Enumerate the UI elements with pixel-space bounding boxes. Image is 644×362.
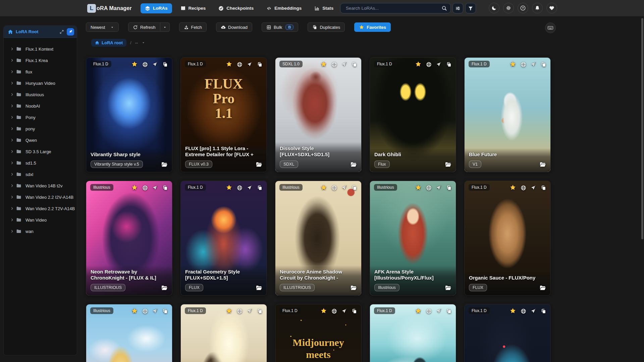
scrollbar-thumb[interactable] bbox=[641, 18, 643, 239]
sidebar-item-sd1-5[interactable]: sd1.5 bbox=[4, 157, 77, 169]
globe-icon[interactable] bbox=[426, 308, 432, 314]
open-folder-icon[interactable] bbox=[161, 161, 168, 168]
favorite-star-icon[interactable] bbox=[320, 307, 327, 314]
download-button[interactable]: Download bbox=[216, 22, 252, 32]
lora-card[interactable]: Illustrious Neon Retrowave by ChronoKnig… bbox=[86, 181, 172, 296]
sidebar-item-illustrious[interactable]: Illustrious bbox=[4, 89, 77, 100]
globe-icon[interactable] bbox=[426, 185, 432, 191]
search-input[interactable] bbox=[345, 5, 441, 11]
chevron-right-icon[interactable] bbox=[10, 138, 14, 142]
version-pill[interactable]: SDXL bbox=[280, 161, 298, 168]
copy-icon[interactable] bbox=[257, 62, 263, 67]
lora-card[interactable]: Flux.1 D Vibrantly Sharp style Vibrantly… bbox=[86, 57, 172, 172]
copy-icon[interactable] bbox=[162, 62, 168, 67]
copy-icon[interactable] bbox=[446, 62, 452, 67]
copy-icon[interactable] bbox=[446, 308, 452, 314]
open-folder-icon[interactable] bbox=[539, 161, 546, 168]
chevron-right-icon[interactable] bbox=[10, 104, 14, 108]
lora-card[interactable]: Illustrious bbox=[86, 304, 172, 362]
open-folder-icon[interactable] bbox=[161, 285, 168, 291]
sidebar-item-noobai[interactable]: NoobAI bbox=[4, 100, 77, 112]
version-pill[interactable]: Illustrious bbox=[374, 284, 399, 291]
pin-sidebar-button[interactable] bbox=[67, 28, 74, 36]
send-icon[interactable] bbox=[152, 185, 158, 191]
sidebar-root-label[interactable]: LoRA Root bbox=[16, 29, 57, 34]
chevron-right-icon[interactable] bbox=[10, 58, 14, 62]
favorite-star-icon[interactable] bbox=[226, 307, 232, 314]
version-pill[interactable]: V1 bbox=[469, 161, 481, 168]
tab-embeddings[interactable]: Embeddings bbox=[262, 3, 306, 13]
copy-icon[interactable] bbox=[352, 185, 357, 191]
send-icon[interactable] bbox=[436, 62, 442, 67]
send-icon[interactable] bbox=[247, 62, 253, 67]
favorite-star-icon[interactable] bbox=[226, 184, 232, 191]
copy-icon[interactable] bbox=[541, 185, 546, 191]
favorite-star-icon[interactable] bbox=[415, 307, 422, 314]
sidebar-item-wan[interactable]: wan bbox=[4, 226, 77, 237]
globe-icon[interactable] bbox=[237, 185, 243, 191]
send-icon[interactable] bbox=[247, 185, 253, 191]
refresh-options-button[interactable] bbox=[160, 22, 170, 32]
refresh-button[interactable]: Refresh bbox=[128, 22, 160, 32]
sidebar-item-wan-video-2-2-i2v-a14b[interactable]: Wan Video 2.2 I2V-A14B bbox=[4, 191, 77, 203]
search-icon[interactable] bbox=[441, 5, 447, 11]
send-icon[interactable] bbox=[247, 308, 253, 314]
copy-icon[interactable] bbox=[352, 62, 357, 67]
open-folder-icon[interactable] bbox=[256, 285, 262, 291]
breadcrumb-root[interactable]: LoRA root bbox=[91, 39, 126, 47]
theme-toggle-button[interactable] bbox=[489, 3, 499, 13]
globe-icon[interactable] bbox=[521, 62, 526, 67]
sidebar-item-pony[interactable]: Pony bbox=[4, 112, 77, 123]
chevron-right-icon[interactable] bbox=[10, 70, 14, 74]
sidebar-item-pony[interactable]: pony bbox=[4, 123, 77, 134]
chevron-right-icon[interactable] bbox=[10, 47, 14, 51]
version-pill[interactable]: FLUX bbox=[469, 284, 487, 291]
chevron-right-icon[interactable] bbox=[10, 218, 14, 222]
version-pill[interactable]: FLUX v0.3 bbox=[185, 161, 212, 168]
chevron-right-icon[interactable] bbox=[10, 127, 14, 131]
favorite-star-icon[interactable] bbox=[415, 184, 422, 191]
favorite-star-icon[interactable] bbox=[509, 61, 516, 67]
favorite-star-icon[interactable] bbox=[415, 61, 422, 67]
send-icon[interactable] bbox=[341, 308, 347, 314]
favorite-star-icon[interactable] bbox=[509, 307, 516, 314]
globe-icon[interactable] bbox=[331, 185, 337, 191]
sidebar-item-flux-1-krea[interactable]: Flux.1 Krea bbox=[4, 55, 77, 66]
favorites-filter-button[interactable]: Favorites bbox=[354, 22, 391, 32]
favorite-star-icon[interactable] bbox=[320, 61, 327, 67]
lora-card[interactable]: Midjourney meets FLUX Flux.1 D bbox=[275, 304, 362, 362]
settings-button[interactable] bbox=[503, 3, 514, 13]
open-folder-icon[interactable] bbox=[539, 285, 546, 291]
open-folder-icon[interactable] bbox=[445, 161, 451, 168]
open-folder-icon[interactable] bbox=[350, 285, 357, 291]
send-icon[interactable] bbox=[341, 185, 347, 191]
duplicates-button[interactable]: Duplicates bbox=[308, 22, 345, 32]
version-pill[interactable]: ILLUSTRIOUS bbox=[280, 284, 315, 291]
copy-icon[interactable] bbox=[352, 308, 357, 314]
open-folder-icon[interactable] bbox=[350, 161, 357, 168]
filter-sliders-button[interactable] bbox=[452, 3, 463, 13]
lora-card[interactable]: Illustrious Neurocore Anime Shadow Circu… bbox=[275, 181, 362, 296]
open-folder-icon[interactable] bbox=[445, 285, 451, 291]
chevron-right-icon[interactable] bbox=[10, 149, 14, 154]
filter-funnel-button[interactable] bbox=[465, 3, 476, 13]
globe-icon[interactable] bbox=[237, 62, 243, 67]
copy-icon[interactable] bbox=[162, 185, 168, 191]
globe-icon[interactable] bbox=[521, 185, 526, 191]
sidebar-item-sdxl[interactable]: sdxl bbox=[4, 169, 77, 180]
lora-card[interactable]: FLUX Pro 1.1 Flux.1 D FLUX [pro] 1.1 Sty… bbox=[180, 57, 267, 172]
chevron-right-icon[interactable] bbox=[10, 184, 14, 188]
chevron-right-icon[interactable] bbox=[10, 172, 14, 176]
notifications-button[interactable] bbox=[532, 3, 543, 13]
tab-stats[interactable]: Stats bbox=[310, 3, 338, 13]
favorite-star-icon[interactable] bbox=[226, 61, 232, 67]
globe-icon[interactable] bbox=[237, 308, 243, 314]
send-icon[interactable] bbox=[341, 62, 347, 67]
lora-card[interactable]: Flux.1 D Fractal Geometry Style [FLUX+SD… bbox=[180, 181, 267, 296]
send-icon[interactable] bbox=[531, 185, 536, 191]
lora-card[interactable]: Flux.1 D bbox=[180, 304, 267, 362]
version-pill[interactable]: Vibrantly Sharp style v.5 bbox=[91, 161, 143, 168]
favorite-star-icon[interactable] bbox=[131, 61, 138, 67]
fetch-button[interactable]: Fetch bbox=[179, 22, 207, 32]
sidebar-item-qwen[interactable]: Qwen bbox=[4, 134, 77, 146]
